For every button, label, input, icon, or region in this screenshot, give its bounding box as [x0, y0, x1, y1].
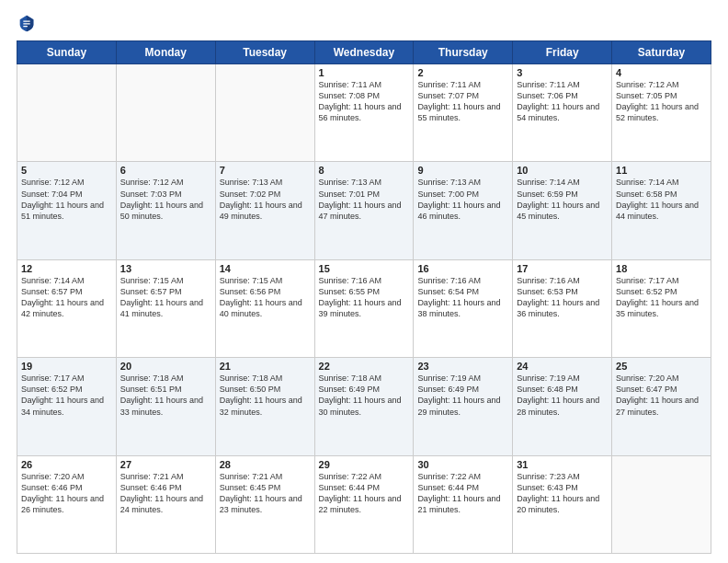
day-info: Sunrise: 7:13 AMSunset: 7:01 PMDaylight:…: [319, 177, 410, 222]
day-header-monday: Monday: [116, 41, 215, 64]
day-info: Sunrise: 7:14 AMSunset: 6:57 PMDaylight:…: [21, 275, 112, 320]
calendar-day-10: 10Sunrise: 7:14 AMSunset: 6:59 PMDayligh…: [513, 162, 612, 259]
day-number: 26: [21, 459, 112, 470]
day-info: Sunrise: 7:19 AMSunset: 6:48 PMDaylight:…: [517, 373, 608, 418]
calendar-day-26: 26Sunrise: 7:20 AMSunset: 6:46 PMDayligh…: [17, 455, 117, 553]
day-header-thursday: Thursday: [414, 41, 513, 64]
day-number: 30: [417, 459, 508, 470]
day-number: 7: [220, 165, 311, 176]
day-info: Sunrise: 7:17 AMSunset: 6:52 PMDaylight:…: [616, 275, 707, 320]
day-header-friday: Friday: [513, 41, 612, 64]
day-info: Sunrise: 7:14 AMSunset: 6:59 PMDaylight:…: [517, 177, 608, 222]
calendar-day-19: 19Sunrise: 7:17 AMSunset: 6:52 PMDayligh…: [17, 358, 117, 455]
calendar-week-row: 26Sunrise: 7:20 AMSunset: 6:46 PMDayligh…: [17, 455, 711, 553]
day-number: 28: [220, 459, 311, 470]
day-number: 4: [616, 67, 707, 78]
day-number: 11: [616, 165, 707, 176]
day-number: 3: [517, 67, 608, 78]
calendar-day-8: 8Sunrise: 7:13 AMSunset: 7:01 PMDaylight…: [314, 162, 414, 259]
day-number: 29: [319, 459, 410, 470]
day-number: 18: [616, 263, 707, 274]
day-info: Sunrise: 7:16 AMSunset: 6:54 PMDaylight:…: [417, 275, 508, 320]
day-number: 1: [319, 67, 410, 78]
calendar-day-14: 14Sunrise: 7:15 AMSunset: 6:56 PMDayligh…: [215, 259, 314, 357]
calendar-day-17: 17Sunrise: 7:16 AMSunset: 6:53 PMDayligh…: [513, 259, 612, 357]
day-info: Sunrise: 7:18 AMSunset: 6:50 PMDaylight:…: [220, 373, 311, 418]
day-info: Sunrise: 7:21 AMSunset: 6:45 PMDaylight:…: [220, 471, 311, 516]
day-info: Sunrise: 7:11 AMSunset: 7:07 PMDaylight:…: [417, 79, 508, 124]
calendar-week-row: 1Sunrise: 7:11 AMSunset: 7:08 PMDaylight…: [17, 64, 711, 162]
calendar-day-7: 7Sunrise: 7:13 AMSunset: 7:02 PMDaylight…: [215, 162, 314, 259]
day-number: 19: [21, 361, 112, 372]
calendar-week-row: 19Sunrise: 7:17 AMSunset: 6:52 PMDayligh…: [17, 358, 711, 455]
calendar-empty-cell: [612, 455, 711, 553]
day-number: 9: [417, 165, 508, 176]
day-header-saturday: Saturday: [612, 41, 711, 64]
calendar-day-27: 27Sunrise: 7:21 AMSunset: 6:46 PMDayligh…: [116, 455, 215, 553]
day-number: 21: [220, 361, 311, 372]
calendar-day-9: 9Sunrise: 7:13 AMSunset: 7:00 PMDaylight…: [414, 162, 513, 259]
day-number: 13: [120, 263, 211, 274]
calendar-day-2: 2Sunrise: 7:11 AMSunset: 7:07 PMDaylight…: [414, 64, 513, 162]
day-info: Sunrise: 7:12 AMSunset: 7:04 PMDaylight:…: [21, 177, 112, 222]
calendar-day-18: 18Sunrise: 7:17 AMSunset: 6:52 PMDayligh…: [612, 259, 711, 357]
calendar-day-6: 6Sunrise: 7:12 AMSunset: 7:03 PMDaylight…: [116, 162, 215, 259]
day-info: Sunrise: 7:15 AMSunset: 6:56 PMDaylight:…: [220, 275, 311, 320]
calendar-day-5: 5Sunrise: 7:12 AMSunset: 7:04 PMDaylight…: [17, 162, 117, 259]
day-number: 15: [319, 263, 410, 274]
day-info: Sunrise: 7:14 AMSunset: 6:58 PMDaylight:…: [616, 177, 707, 222]
day-number: 5: [21, 165, 112, 176]
calendar-day-20: 20Sunrise: 7:18 AMSunset: 6:51 PMDayligh…: [116, 358, 215, 455]
day-number: 10: [517, 165, 608, 176]
day-number: 25: [616, 361, 707, 372]
day-info: Sunrise: 7:18 AMSunset: 6:49 PMDaylight:…: [319, 373, 410, 418]
day-info: Sunrise: 7:16 AMSunset: 6:55 PMDaylight:…: [319, 275, 410, 320]
calendar-day-29: 29Sunrise: 7:22 AMSunset: 6:44 PMDayligh…: [314, 455, 414, 553]
calendar-week-row: 12Sunrise: 7:14 AMSunset: 6:57 PMDayligh…: [17, 259, 711, 357]
calendar-day-31: 31Sunrise: 7:23 AMSunset: 6:43 PMDayligh…: [513, 455, 612, 553]
calendar-day-11: 11Sunrise: 7:14 AMSunset: 6:58 PMDayligh…: [612, 162, 711, 259]
day-info: Sunrise: 7:16 AMSunset: 6:53 PMDaylight:…: [517, 275, 608, 320]
calendar-day-16: 16Sunrise: 7:16 AMSunset: 6:54 PMDayligh…: [414, 259, 513, 357]
day-info: Sunrise: 7:20 AMSunset: 6:47 PMDaylight:…: [616, 373, 707, 418]
day-number: 14: [220, 263, 311, 274]
day-number: 24: [517, 361, 608, 372]
calendar-day-22: 22Sunrise: 7:18 AMSunset: 6:49 PMDayligh…: [314, 358, 414, 455]
day-number: 16: [417, 263, 508, 274]
day-number: 2: [417, 67, 508, 78]
header: [17, 13, 711, 33]
day-number: 8: [319, 165, 410, 176]
day-info: Sunrise: 7:22 AMSunset: 6:44 PMDaylight:…: [417, 471, 508, 516]
day-info: Sunrise: 7:12 AMSunset: 7:05 PMDaylight:…: [616, 79, 707, 124]
day-number: 23: [417, 361, 508, 372]
calendar-day-4: 4Sunrise: 7:12 AMSunset: 7:05 PMDaylight…: [612, 64, 711, 162]
day-number: 31: [517, 459, 608, 470]
calendar-empty-cell: [17, 64, 117, 162]
day-info: Sunrise: 7:22 AMSunset: 6:44 PMDaylight:…: [319, 471, 410, 516]
day-header-sunday: Sunday: [17, 41, 117, 64]
calendar-day-25: 25Sunrise: 7:20 AMSunset: 6:47 PMDayligh…: [612, 358, 711, 455]
page: SundayMondayTuesdayWednesdayThursdayFrid…: [0, 0, 728, 563]
calendar-day-13: 13Sunrise: 7:15 AMSunset: 6:57 PMDayligh…: [116, 259, 215, 357]
day-info: Sunrise: 7:12 AMSunset: 7:03 PMDaylight:…: [120, 177, 211, 222]
calendar-empty-cell: [116, 64, 215, 162]
day-info: Sunrise: 7:18 AMSunset: 6:51 PMDaylight:…: [120, 373, 211, 418]
calendar-empty-cell: [215, 64, 314, 162]
calendar-day-21: 21Sunrise: 7:18 AMSunset: 6:50 PMDayligh…: [215, 358, 314, 455]
day-header-tuesday: Tuesday: [215, 41, 314, 64]
calendar-header-row: SundayMondayTuesdayWednesdayThursdayFrid…: [17, 41, 711, 64]
day-info: Sunrise: 7:19 AMSunset: 6:49 PMDaylight:…: [417, 373, 508, 418]
day-info: Sunrise: 7:20 AMSunset: 6:46 PMDaylight:…: [21, 471, 112, 516]
day-info: Sunrise: 7:23 AMSunset: 6:43 PMDaylight:…: [517, 471, 608, 516]
logo: [17, 13, 40, 33]
day-info: Sunrise: 7:15 AMSunset: 6:57 PMDaylight:…: [120, 275, 211, 320]
day-info: Sunrise: 7:17 AMSunset: 6:52 PMDaylight:…: [21, 373, 112, 418]
day-info: Sunrise: 7:13 AMSunset: 7:00 PMDaylight:…: [417, 177, 508, 222]
day-info: Sunrise: 7:11 AMSunset: 7:06 PMDaylight:…: [517, 79, 608, 124]
calendar-day-12: 12Sunrise: 7:14 AMSunset: 6:57 PMDayligh…: [17, 259, 117, 357]
calendar-day-15: 15Sunrise: 7:16 AMSunset: 6:55 PMDayligh…: [314, 259, 414, 357]
calendar-day-24: 24Sunrise: 7:19 AMSunset: 6:48 PMDayligh…: [513, 358, 612, 455]
day-info: Sunrise: 7:21 AMSunset: 6:46 PMDaylight:…: [120, 471, 211, 516]
logo-icon: [17, 13, 37, 33]
calendar-week-row: 5Sunrise: 7:12 AMSunset: 7:04 PMDaylight…: [17, 162, 711, 259]
